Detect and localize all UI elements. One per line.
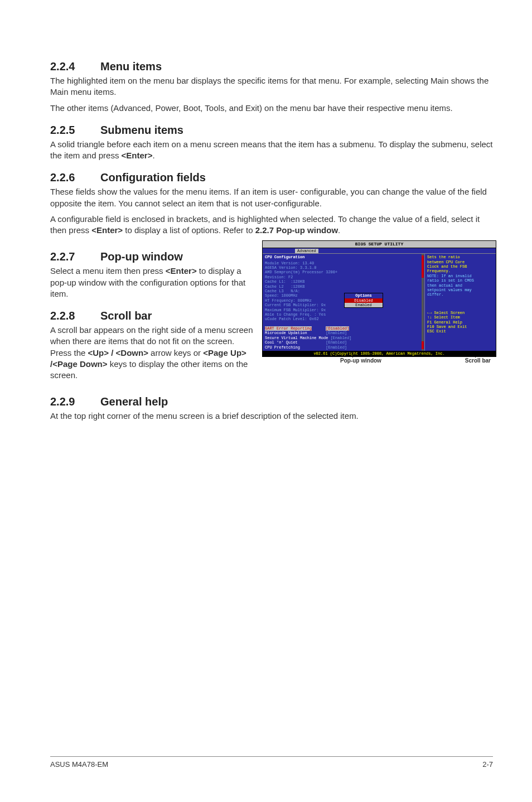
para: The highlighted item on the menu bar dis…: [50, 75, 493, 98]
nav-line: F1 General Help: [427, 320, 494, 325]
help-line: then actual and: [427, 283, 494, 288]
sectitle: Pop-up window: [100, 250, 183, 263]
nav-line: F10 Save and Exit: [427, 325, 494, 329]
popup-title: Options: [345, 293, 383, 298]
bios-line: Able to Change Freq. : Yes: [265, 312, 422, 317]
bios-title: BIOS SETUP UTILITY: [263, 241, 496, 248]
bios-line: AMD Sempron(tm) Processor 3200+: [265, 270, 422, 274]
bios-row: Microcode Updation [Enabled]: [265, 331, 422, 335]
secnum: 2.2.7: [50, 250, 100, 263]
sectitle: Menu items: [100, 60, 162, 73]
heading-2-2-8: 2.2.8Scroll bar: [50, 310, 257, 322]
para: Select a menu item then press <Enter> to…: [50, 265, 257, 299]
secnum: 2.2.9: [50, 395, 100, 408]
bios-selected-row: GART Error Reporting [Disabled]: [265, 326, 422, 331]
bios-popup: Options Disabled Enabled: [344, 293, 383, 308]
popup-option-selected: Disabled: [345, 298, 383, 303]
bios-screenshot: BIOS SETUP UTILITY Advanced CPU Configur…: [262, 240, 496, 364]
secnum: 2.2.4: [50, 60, 100, 73]
para: These fields show the values for the men…: [50, 186, 493, 209]
para: A solid triangle before each item on a m…: [50, 139, 493, 162]
bios-line: HT Frequency: 800MHz: [265, 298, 422, 303]
nav-line: ←→ Select Screen: [427, 311, 494, 315]
bios-tabbar: Advanced: [263, 248, 496, 253]
secnum: 2.2.8: [50, 310, 100, 322]
help-line: Frequency.: [427, 269, 494, 273]
page-footer: ASUS M4A78-EM 2-7: [50, 756, 493, 769]
bios-row: Cool 'n' Quiet [Enabled]: [265, 340, 422, 345]
help-line: Sets the ratio: [427, 255, 494, 259]
bios-line: Current FSB Multiplier: 9x: [265, 303, 422, 307]
bios-row: Secure Virtual Machine Mode [Enabled]: [265, 336, 422, 340]
secnum: 2.2.5: [50, 124, 100, 137]
heading-2-2-4: 2.2.4Menu items: [50, 60, 493, 73]
footer-product: ASUS M4A78-EM: [50, 760, 108, 769]
bios-line: Cache L1: :128KB: [265, 279, 422, 284]
sectitle: Configuration fields: [100, 171, 206, 183]
help-line: ratio is set in CMOS: [427, 278, 494, 283]
bios-line: Module Version: 13.40: [265, 261, 422, 265]
scrollbar-thumb: [422, 341, 424, 349]
bios-line: Maximum FSB Multiplier: 9x: [265, 308, 422, 312]
bios-line: Revision: F2: [265, 275, 422, 279]
footer-pagenum: 2-7: [482, 760, 493, 769]
bios-tab-advanced: Advanced: [295, 249, 318, 253]
ref-popup-window: 2.2.7 Pop-up window: [255, 225, 338, 235]
callout-popup: Pop-up window: [340, 357, 381, 364]
scrollbar-thumb: [422, 255, 424, 278]
sectitle: General help: [100, 395, 168, 408]
bios-row: CPU Prefetching [Enabled]: [265, 345, 422, 350]
popup-option: Enabled: [345, 303, 383, 307]
callout-scrollbar: Scroll bar: [465, 357, 491, 364]
bios-section-header: CPU Configuration: [265, 255, 422, 259]
para: The other items (Advanced, Power, Boot, …: [50, 103, 493, 114]
bios-line: AGESA Version: 3.3.1.0: [265, 265, 422, 270]
help-line: between CPU Core: [427, 260, 494, 264]
bios-copyright: v02.61 (C)Copyright 1985-2008, American …: [263, 351, 496, 356]
bios-line: Cache L3 N/A:: [265, 289, 422, 293]
key-enter: <Enter>: [122, 151, 153, 160]
bios-left-pane: CPU Configuration Module Version: 13.40 …: [263, 254, 424, 351]
para: A configurable field is enclosed in brac…: [50, 214, 493, 236]
sectitle: Submenu items: [100, 124, 183, 136]
bios-line: [265, 322, 422, 326]
help-line: differ.: [427, 292, 494, 297]
para: At the top right corner of the menu scre…: [50, 410, 493, 422]
heading-2-2-5: 2.2.5Submenu items: [50, 124, 493, 137]
help-line: setpoint values may: [427, 288, 494, 292]
nav-line: ↑↓ Select Item: [427, 315, 494, 320]
key-up-down: <Up> / <Down>: [88, 348, 148, 357]
bios-line: Cache L2 :128KB: [265, 284, 422, 289]
secnum: 2.2.6: [50, 171, 100, 184]
help-line: Clock and the FSB: [427, 264, 494, 269]
help-line: NOTE: If an invalid: [427, 274, 494, 278]
nav-line: ESC Exit: [427, 329, 494, 334]
bios-scrollbar: [422, 254, 424, 351]
bios-line: uCode Patch Level: 0x62: [265, 317, 422, 321]
page: 2.2.4Menu items The highlighted item on …: [0, 0, 532, 802]
bios-help-pane: Sets the ratio between CPU Core Clock an…: [424, 254, 496, 351]
heading-2-2-7: 2.2.7Pop-up window: [50, 250, 257, 263]
key-enter: <Enter>: [166, 266, 197, 276]
callouts: Pop-up window Scroll bar: [262, 357, 496, 364]
bios-line: Speed: 1800MHz: [265, 293, 422, 298]
heading-2-2-9: 2.2.9General help: [50, 395, 493, 408]
heading-2-2-6: 2.2.6Configuration fields: [50, 171, 493, 184]
sectitle: Scroll bar: [100, 310, 152, 322]
key-enter: <Enter>: [91, 225, 123, 235]
para: A scroll bar appears on the right side o…: [50, 325, 257, 381]
